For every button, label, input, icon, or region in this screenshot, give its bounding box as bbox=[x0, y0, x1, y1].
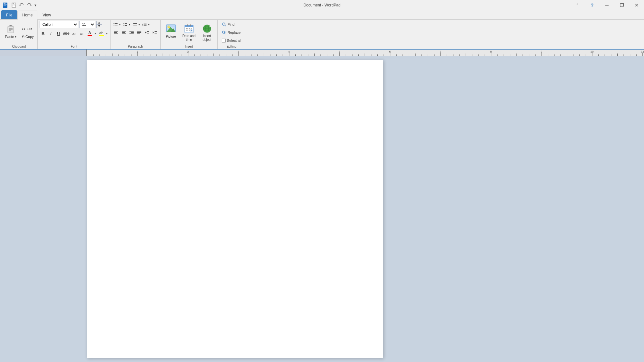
line-spacing-button[interactable]: ▼ bbox=[142, 21, 151, 28]
tab-file[interactable]: File bbox=[1, 10, 17, 19]
svg-rect-66 bbox=[186, 30, 187, 31]
strikethrough-button[interactable]: abc bbox=[63, 30, 70, 37]
svg-rect-30 bbox=[144, 24, 147, 25]
paste-icon bbox=[5, 23, 17, 35]
subscript-button[interactable]: x2 bbox=[71, 30, 78, 37]
svg-rect-3 bbox=[4, 5, 7, 5]
svg-rect-48 bbox=[145, 32, 147, 32]
insert-object-icon: ✦ bbox=[202, 24, 212, 33]
svg-text:✦: ✦ bbox=[209, 25, 211, 28]
svg-rect-51 bbox=[155, 33, 157, 33]
svg-rect-43 bbox=[137, 32, 141, 33]
svg-marker-32 bbox=[142, 23, 143, 26]
insert-object-button[interactable]: ✦ Insertobject bbox=[199, 22, 215, 43]
save-button[interactable] bbox=[10, 2, 17, 9]
svg-rect-67 bbox=[187, 30, 188, 31]
svg-point-79 bbox=[223, 23, 225, 25]
highlight-color-button[interactable]: ab bbox=[98, 30, 105, 37]
select-all-checkbox-icon bbox=[222, 39, 226, 42]
font-size-increase-btn[interactable]: ▲ bbox=[96, 21, 102, 24]
svg-rect-26 bbox=[134, 23, 137, 24]
svg-rect-33 bbox=[114, 31, 118, 32]
superscript-button[interactable]: x2 bbox=[78, 30, 85, 37]
replace-button[interactable]: ac Replace bbox=[220, 29, 244, 36]
svg-rect-16 bbox=[9, 30, 11, 31]
svg-rect-46 bbox=[147, 31, 149, 32]
font-name-selector[interactable]: Calibri bbox=[40, 21, 78, 28]
bulleted-list-button[interactable]: ▼ bbox=[113, 21, 122, 28]
undo-button[interactable] bbox=[18, 2, 25, 9]
svg-rect-50 bbox=[155, 31, 157, 32]
picture-label: Picture bbox=[166, 35, 176, 38]
svg-rect-61 bbox=[190, 24, 191, 26]
copy-icon: ⎘ bbox=[22, 34, 24, 39]
font-group-label: Font bbox=[40, 44, 109, 48]
ribbon-collapse-btn[interactable]: ^ bbox=[570, 0, 585, 10]
find-label: Find bbox=[228, 23, 234, 26]
svg-rect-29 bbox=[144, 23, 147, 23]
font-size-decrease-btn[interactable]: ▼ bbox=[96, 24, 102, 28]
ruler-scale bbox=[87, 50, 644, 56]
editing-group: Find ac Replace Select all Editing bbox=[218, 20, 246, 49]
clipboard-group: Paste ▼ ✂ Cut ⎘ Copy Clipboard bbox=[1, 20, 38, 49]
svg-rect-2 bbox=[4, 4, 7, 4]
main-area bbox=[0, 56, 644, 362]
align-center-button[interactable] bbox=[120, 29, 128, 36]
align-right-button[interactable] bbox=[128, 29, 135, 36]
svg-point-19 bbox=[114, 25, 115, 26]
redo-button[interactable] bbox=[26, 2, 33, 9]
tab-home[interactable]: Home bbox=[17, 11, 37, 20]
align-left-button[interactable] bbox=[113, 29, 120, 36]
minimize-button[interactable]: ─ bbox=[600, 0, 614, 10]
tab-view[interactable]: View bbox=[38, 10, 56, 19]
svg-rect-64 bbox=[189, 28, 190, 29]
qa-dropdown[interactable]: ▼ bbox=[34, 4, 37, 7]
svg-rect-31 bbox=[144, 25, 147, 26]
find-icon bbox=[222, 22, 226, 27]
numbered-list-button[interactable]: 1. 2. ▼ bbox=[122, 21, 131, 28]
text-color-dropdown[interactable]: ▼ bbox=[94, 30, 97, 37]
copy-button[interactable]: ⎘ Copy bbox=[20, 33, 35, 40]
cut-button[interactable]: ✂ Cut bbox=[20, 25, 35, 32]
svg-rect-8 bbox=[14, 3, 15, 4]
svg-rect-14 bbox=[9, 28, 13, 29]
wordpad-icon bbox=[2, 2, 8, 8]
svg-rect-63 bbox=[187, 28, 188, 29]
svg-rect-56 bbox=[166, 25, 175, 27]
cut-label: Cut bbox=[27, 27, 32, 31]
svg-rect-28 bbox=[134, 25, 137, 25]
indent-decrease-button[interactable] bbox=[144, 29, 151, 36]
svg-rect-37 bbox=[122, 32, 125, 33]
italic-button[interactable]: I bbox=[47, 30, 54, 37]
document-page[interactable] bbox=[87, 60, 383, 358]
close-button[interactable]: ✕ bbox=[629, 0, 644, 10]
replace-label: Replace bbox=[228, 31, 241, 34]
bold-button[interactable]: B bbox=[40, 30, 47, 37]
indent-increase-button[interactable] bbox=[151, 29, 158, 36]
highlight-color-dropdown[interactable]: ▼ bbox=[105, 30, 109, 37]
svg-rect-35 bbox=[114, 33, 118, 34]
underline-button[interactable]: U bbox=[55, 30, 62, 37]
paste-button[interactable]: Paste ▼ bbox=[3, 21, 19, 41]
picture-button[interactable]: Picture bbox=[163, 22, 179, 43]
align-justify-button[interactable] bbox=[136, 29, 143, 36]
copy-label: Copy bbox=[25, 35, 34, 39]
paste-label: Paste bbox=[5, 35, 14, 39]
svg-rect-24 bbox=[125, 25, 127, 26]
select-all-button[interactable]: Select all bbox=[220, 37, 244, 44]
svg-marker-49 bbox=[153, 31, 154, 34]
svg-rect-36 bbox=[122, 31, 126, 32]
font-size-selector[interactable]: 11 bbox=[79, 21, 95, 28]
restore-button[interactable]: ❐ bbox=[614, 0, 629, 10]
find-button[interactable]: Find bbox=[220, 21, 244, 28]
datetime-button[interactable]: Date andtime bbox=[181, 22, 197, 43]
svg-rect-18 bbox=[115, 23, 118, 24]
svg-text:2.: 2. bbox=[123, 24, 125, 26]
select-all-label: Select all bbox=[227, 39, 242, 42]
svg-text:ac: ac bbox=[224, 31, 226, 33]
clipboard-group-label: Clipboard bbox=[3, 44, 35, 48]
svg-rect-34 bbox=[114, 32, 117, 33]
list-style-button[interactable]: ▼ bbox=[132, 21, 141, 28]
help-button[interactable]: ? bbox=[585, 0, 600, 10]
text-color-button[interactable]: A bbox=[86, 30, 94, 37]
